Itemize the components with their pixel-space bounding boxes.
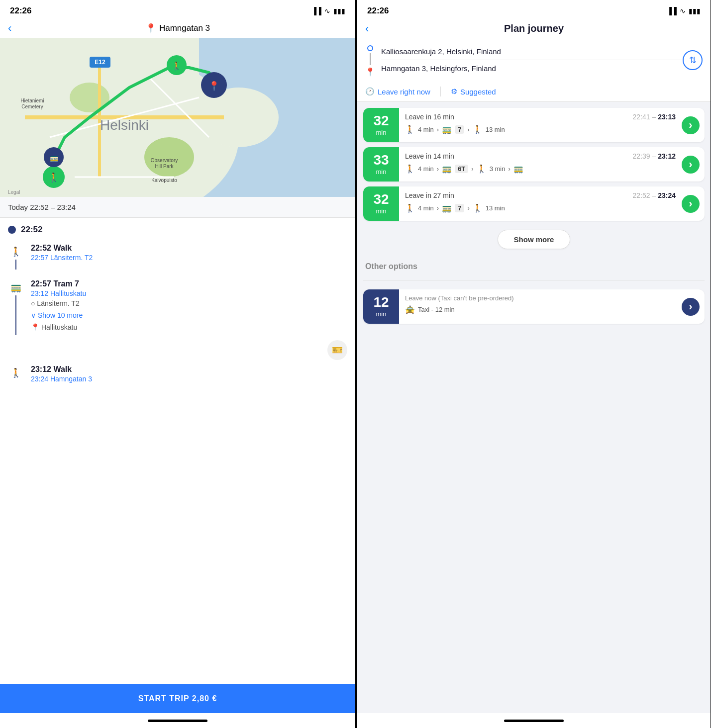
journey-form: 📍 Kalliosaarenkuja 2, Helsinki, Finland …	[357, 38, 711, 82]
map-area[interactable]: E12 Helsinki Hietaniemi Cemetery Observa…	[0, 38, 355, 197]
leave-label: Leave right now	[378, 88, 430, 96]
svg-text:Helsinki: Helsinki	[100, 117, 149, 133]
sep-2: ›	[467, 126, 469, 133]
other-options-separator	[363, 280, 705, 280]
route-3-arrow-btn[interactable]	[682, 195, 700, 213]
route-3-mins: 32	[373, 192, 389, 206]
route-3-unit: min	[376, 207, 387, 215]
route-card-1-time: 32 min	[363, 108, 399, 142]
status-bar-left: 22:26 ▐▐ ∿ ▮▮▮	[0, 0, 355, 19]
taxi-card-body: Leave now (Taxi can't be pre-ordered) 🚖 …	[399, 289, 682, 324]
route-card-3: 32 min Leave in 27 min 22:52 – 23:24 🚶 4…	[363, 186, 705, 221]
route-icons-col: 📍	[365, 43, 375, 77]
signal-icon: ▐▐	[311, 7, 321, 15]
walk-icon-2: 🚶	[8, 365, 24, 381]
step-walk-3b-text: 13 min	[486, 204, 505, 212]
swap-button[interactable]	[683, 50, 703, 70]
timeline-line-walk2: 🚶	[8, 365, 24, 381]
route-2-arrow-btn[interactable]	[682, 156, 700, 174]
location-pin-icon: 📍	[145, 23, 156, 34]
route-card-2-body: Leave in 14 min 22:39 – 23:12 🚶 4 min › …	[399, 147, 682, 182]
wifi-icon: ∿	[324, 7, 330, 15]
trip-summary-text: Today 22:52 – 23:24	[8, 203, 76, 211]
home-indicator-left	[0, 713, 355, 728]
route-2-steps: 🚶 4 min › 🚃 6T › 🚶 3 min › 🚃	[405, 164, 676, 174]
ticket-button[interactable]: 🎫	[327, 340, 347, 360]
tram-time: 22:57	[31, 279, 53, 288]
show-more-button[interactable]: Show more	[498, 230, 571, 249]
taxi-arrow-btn[interactable]	[682, 298, 700, 316]
walk-step-icon-1b: 🚶	[473, 125, 483, 134]
svg-text:Legal: Legal	[8, 189, 20, 195]
tram-line-2a: 6T	[455, 165, 468, 173]
routes-list[interactable]: 32 min Leave in 16 min 22:41 – 23:13 🚶 4…	[357, 102, 711, 713]
route-card-2-time: 33 min	[363, 147, 399, 182]
tram-stop: ○ Länsiterm. T2	[31, 297, 347, 309]
timeline-line-2	[15, 295, 16, 335]
walk-icon-1: 🚶	[8, 244, 24, 260]
origin-field[interactable]: Kalliosaarenkuja 2, Helsinki, Finland	[381, 43, 683, 60]
route-card-1: 32 min Leave in 16 min 22:41 – 23:13 🚶 4…	[363, 108, 705, 142]
trip-summary: Today 22:52 – 23:24	[0, 197, 355, 218]
svg-text:📍: 📍	[208, 81, 220, 91]
svg-text:🚃: 🚃	[50, 154, 59, 163]
step-walk-3-text: 4 min	[418, 204, 434, 212]
taxi-card-time: 12 min	[363, 289, 399, 324]
route-vertical-line	[370, 53, 371, 65]
tram-content: 22:57 Tram 7 23:12 Hallituskatu ○ Länsit…	[31, 279, 347, 333]
suggested-filter[interactable]: ⚙ Suggested	[451, 87, 496, 96]
route-2-arrival: 23:12	[658, 152, 676, 160]
route-2-times: 22:39 – 23:12	[633, 152, 676, 160]
other-options-label: Other options	[363, 258, 705, 275]
walk2-content: 23:12 Walk 23:24 Hamngatan 3	[31, 365, 347, 383]
svg-point-5	[144, 137, 194, 177]
timeline-container[interactable]: 22:52 🚶 22:52 Walk 22:57 Länsiterm. T2 🚃	[0, 218, 355, 684]
step-walk-1-text: 4 min	[418, 126, 434, 133]
walk1-time: 22:52	[31, 244, 53, 252]
tram-step-icon-3: 🚃	[442, 203, 452, 213]
svg-text:Cemetery: Cemetery	[21, 104, 43, 109]
chevron-down-icon: ∨	[31, 311, 36, 319]
leave-now-filter[interactable]: 🕐 Leave right now	[365, 87, 430, 96]
svg-text:🚶: 🚶	[48, 172, 60, 183]
sep-7: ›	[467, 204, 469, 212]
status-icons-right: ▐▐ ∿ ▮▮▮	[667, 7, 701, 15]
route-1-top: Leave in 16 min 22:41 – 23:13	[405, 113, 676, 121]
right-header: ‹ Plan journey	[357, 19, 711, 38]
walk1-label: 22:52 Walk	[31, 244, 347, 253]
start-trip-button[interactable]: START TRIP 2,80 €	[0, 684, 355, 713]
route-card-3-time: 32 min	[363, 186, 399, 221]
svg-text:Hietaniemi: Hietaniemi	[20, 98, 44, 103]
tram-stop-name: Länsiterm. T2	[37, 299, 79, 307]
tram-step-icon-2a: 🚃	[442, 164, 452, 174]
route-2-leave: Leave in 14 min	[405, 152, 454, 160]
route-1-mins: 32	[373, 114, 389, 128]
svg-text:Kaivopuisto: Kaivopuisto	[151, 178, 177, 183]
ticket-icon-area: 🎫	[0, 340, 355, 360]
filter-divider	[440, 87, 441, 96]
route-1-arrow-btn[interactable]	[682, 116, 700, 134]
route-3-times: 22:52 – 23:24	[633, 191, 676, 199]
route-2-mins: 33	[373, 153, 389, 167]
walk-step-icon-1: 🚶	[405, 125, 415, 134]
suggested-label: Suggested	[460, 88, 496, 96]
route-1-times: 22:41 – 23:13	[633, 113, 676, 121]
route-fields: Kalliosaarenkuja 2, Helsinki, Finland Ha…	[381, 43, 683, 77]
status-time-left: 22:26	[10, 6, 31, 16]
wifi-icon-r: ∿	[680, 7, 686, 15]
timeline-start-dot	[8, 226, 16, 234]
taxi-steps: 🚖 Taxi - 12 min	[405, 305, 676, 314]
taxi-mins: 12	[373, 295, 389, 309]
route-2-unit: min	[376, 168, 387, 176]
back-button-left[interactable]: ‹	[8, 22, 11, 35]
tram-destination-name: Hallituskatu	[41, 323, 77, 331]
svg-text:Hill Park: Hill Park	[155, 164, 174, 169]
back-button-right[interactable]: ‹	[365, 22, 369, 35]
route-1-leave: Leave in 16 min	[405, 113, 454, 121]
show-10-more-btn[interactable]: ∨ Show 10 more	[31, 309, 347, 321]
taxi-step-icon: 🚖	[405, 305, 415, 314]
taxi-step-text: Taxi - 12 min	[418, 306, 455, 313]
tram-step-icon-1: 🚃	[442, 125, 452, 134]
taxi-unit: min	[376, 310, 387, 318]
destination-field[interactable]: Hamngatan 3, Helsingfors, Finland	[381, 60, 683, 77]
